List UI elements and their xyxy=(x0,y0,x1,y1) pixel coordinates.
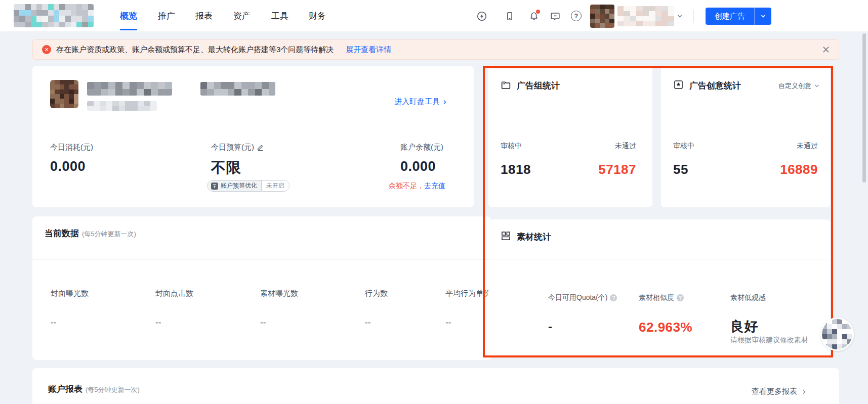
recharge-link[interactable]: 去充值 xyxy=(424,182,445,190)
account-name-blurred xyxy=(87,82,172,96)
more-reports-link[interactable]: 查看更多报表 xyxy=(752,387,807,396)
balance-label: 账户余额(元) xyxy=(400,143,443,152)
similarity-value: 62.963% xyxy=(639,320,692,335)
creative-rejected-label: 未通过 xyxy=(797,142,818,151)
alert-message: 存在账户资质或政策、账户余额或预算不足、最大转化账户搭建等3个问题等待解决 xyxy=(56,45,334,55)
creative-stats-card: 广告创意统计 自定义创意 审核中 未通过 55 16889 xyxy=(661,66,830,207)
creative-reviewing-label: 审核中 xyxy=(673,142,694,151)
create-ad-dropdown-icon[interactable] xyxy=(754,8,771,25)
material-divider xyxy=(488,259,830,259)
creative-type-selected: 自定义创意 xyxy=(778,81,811,91)
quota-label-text: 今日可用Quota(个) xyxy=(548,293,607,302)
current-data-divider xyxy=(32,259,491,260)
balance-value: 0.000 xyxy=(400,159,436,174)
user-name-blurred xyxy=(617,6,674,26)
ad-group-rejected-value: 57187 xyxy=(598,162,636,177)
creative-reviewing-value: 55 xyxy=(673,162,688,177)
active-tab-underline xyxy=(120,29,137,30)
create-ad-button[interactable]: 创建广告 xyxy=(706,8,771,25)
help-icon[interactable]: ? xyxy=(571,11,582,21)
mobile-preview-icon[interactable] xyxy=(504,11,515,22)
creative-divider xyxy=(661,107,830,107)
folder-icon xyxy=(501,80,511,91)
ad-group-divider xyxy=(488,107,652,107)
account-report-card: 账户报表 (每5分钟更新一次) 查看更多报表 xyxy=(32,368,839,404)
today-budget-value: 不限 xyxy=(211,158,241,178)
alert-expand-link[interactable]: 展开查看详情 xyxy=(346,45,391,55)
current-data-subtitle: (每5分钟更新一次) xyxy=(82,230,136,239)
current-data-title: 当前数据 xyxy=(45,228,79,239)
today-budget-label-text: 今日预算(元) xyxy=(211,143,254,152)
quota-help-icon[interactable]: ? xyxy=(610,294,617,301)
ad-group-stats-title: 广告组统计 xyxy=(517,80,560,92)
monitor-tool-label: 进入盯盘工具 xyxy=(394,97,440,107)
account-chevron-down-icon[interactable] xyxy=(677,13,688,24)
material-stats-card: 素材统计 今日可用Quota(个) ? 素材相似度 ? 素材低观感 - 62.9… xyxy=(488,219,830,356)
budget-optimize-label: 账户预算优化 xyxy=(221,182,257,190)
current-data-card: 当前数据 (每5分钟更新一次) 封面曝光数 封面点击数 素材曝光数 行为数 平均… xyxy=(32,216,491,360)
ad-group-rejected-label: 未通过 xyxy=(615,142,636,151)
account-id-blurred xyxy=(200,82,275,96)
quota-value: - xyxy=(548,320,553,334)
alert-close-icon[interactable] xyxy=(821,45,831,54)
account-overview-card: 进入盯盘工具 今日消耗(元) 今日预算(元) 账户余额(元) 0.000 不限 … xyxy=(32,66,474,207)
similarity-help-icon[interactable]: ? xyxy=(677,294,684,301)
low-quality-value: 良好 xyxy=(730,318,758,336)
account-meta-blurred xyxy=(87,101,157,111)
col-material-impressions: 素材曝光数 xyxy=(260,289,298,298)
material-grid-icon xyxy=(501,231,511,241)
dashboard-screen: 概览 推广 报表 资产 工具 财务 ? 创建广告 xyxy=(0,0,868,404)
quota-label: 今日可用Quota(个) ? xyxy=(548,293,617,302)
balance-warning-text: 余额不足， xyxy=(389,182,424,190)
chevron-right-icon xyxy=(801,389,807,395)
speed-mode-icon[interactable] xyxy=(476,11,487,22)
tab-tools[interactable]: 工具 xyxy=(271,10,288,22)
vertical-scrollbar-thumb[interactable] xyxy=(862,33,866,183)
today-budget-label: 今日预算(元) xyxy=(211,143,264,152)
notification-bell-icon[interactable] xyxy=(528,11,540,22)
floating-widget-avatar[interactable] xyxy=(820,318,854,351)
alert-banner: ✕ 存在账户资质或政策、账户余额或预算不足、最大转化账户搭建等3个问题等待解决 … xyxy=(32,39,839,60)
today-cost-value: 0.000 xyxy=(50,159,86,174)
ad-group-reviewing-label: 审核中 xyxy=(501,142,522,151)
tab-assets[interactable]: 资产 xyxy=(233,10,251,22)
tab-finance[interactable]: 财务 xyxy=(309,10,326,22)
header-divider xyxy=(693,10,694,23)
val-avg-action-price: -- xyxy=(445,318,451,328)
creative-rejected-value: 16889 xyxy=(780,162,818,177)
similarity-label: 素材相似度 ? xyxy=(639,293,684,302)
user-avatar[interactable] xyxy=(590,5,614,28)
ad-group-reviewing-value: 1818 xyxy=(501,162,531,177)
similarity-label-text: 素材相似度 xyxy=(639,293,674,302)
balance-warning: 余额不足，去充值 xyxy=(389,182,445,191)
account-report-title: 账户报表 xyxy=(48,383,82,395)
val-actions: -- xyxy=(365,318,370,328)
chevron-right-icon xyxy=(442,99,448,105)
tab-reports[interactable]: 报表 xyxy=(195,10,213,22)
ad-group-stats-card: 广告组统计 审核中 未通过 1818 57187 xyxy=(488,66,652,207)
creative-type-dropdown[interactable]: 自定义创意 xyxy=(778,81,820,91)
feedback-chat-icon[interactable] xyxy=(550,11,561,22)
material-stats-title: 素材统计 xyxy=(517,231,551,243)
val-material-impressions: -- xyxy=(260,318,266,328)
val-cover-impressions: -- xyxy=(51,318,56,328)
monitor-tool-link[interactable]: 进入盯盘工具 xyxy=(394,97,448,107)
account-report-subtitle: (每5分钟更新一次) xyxy=(86,385,140,394)
chevron-down-icon xyxy=(814,83,820,89)
budget-optimize-icon xyxy=(211,183,218,190)
tab-promotion[interactable]: 推广 xyxy=(158,10,175,22)
create-ad-label[interactable]: 创建广告 xyxy=(706,8,754,25)
budget-optimize-status: 未开启 xyxy=(261,181,289,191)
col-cover-impressions: 封面曝光数 xyxy=(51,289,89,298)
budget-optimize-badge[interactable]: 账户预算优化 未开启 xyxy=(207,180,290,192)
col-cover-clicks: 封面点击数 xyxy=(155,289,193,298)
tab-overview[interactable]: 概览 xyxy=(120,10,137,22)
col-avg-action-price: 平均行为单价 xyxy=(445,289,491,298)
today-cost-label: 今日消耗(元) xyxy=(50,143,93,152)
edit-budget-icon[interactable] xyxy=(257,144,264,151)
brand-logo xyxy=(14,4,94,27)
low-quality-label: 素材低观感 xyxy=(730,293,766,302)
creative-badge-icon xyxy=(673,79,684,90)
col-actions: 行为数 xyxy=(365,289,388,298)
val-cover-clicks: -- xyxy=(155,318,161,328)
